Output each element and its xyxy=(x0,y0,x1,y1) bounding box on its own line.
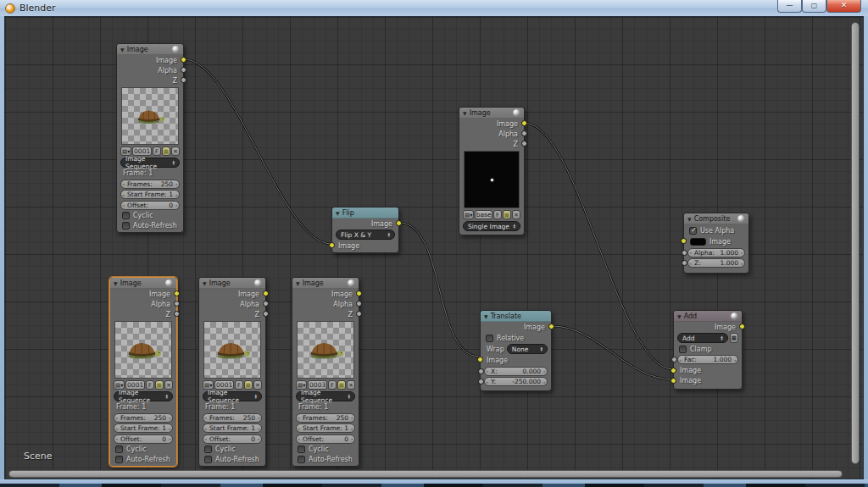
start-frame-field[interactable]: Start Frame: 1 xyxy=(114,423,173,433)
flip-mode-dropdown[interactable]: Flip X & Y ▴▾ xyxy=(336,230,395,240)
vertical-scrollbar[interactable] xyxy=(851,22,860,464)
unlink-button[interactable]: ✕ xyxy=(171,147,180,156)
autorefresh-checkbox-box[interactable] xyxy=(115,456,123,463)
socket-alpha-output[interactable] xyxy=(174,301,180,307)
socket-y-input[interactable] xyxy=(478,379,484,385)
node-header[interactable]: ▼ Image xyxy=(117,44,183,55)
maximize-button[interactable]: ▢ xyxy=(802,0,826,13)
node-image-base[interactable]: ▼ Image Image Alpha Z ▤▾ base xyxy=(459,107,525,235)
offset-field[interactable]: Offset: 0 xyxy=(120,201,180,210)
node-header[interactable]: ▼ Image xyxy=(110,278,176,289)
cyclic-checkbox[interactable]: Cyclic xyxy=(122,212,178,220)
node-header[interactable]: ▼ Image xyxy=(292,278,359,289)
cyclic-checkbox[interactable]: Cyclic xyxy=(115,445,171,454)
socket-z-output[interactable] xyxy=(174,311,180,317)
autorefresh-checkbox[interactable]: Auto-Refresh xyxy=(204,456,260,464)
start-frame-field[interactable]: Start Frame: 1 xyxy=(203,423,262,433)
collapse-icon[interactable]: ▼ xyxy=(114,280,118,286)
socket-image-input[interactable] xyxy=(681,238,687,244)
source-dropdown[interactable]: Image Sequence ▴▾ xyxy=(120,158,180,168)
source-dropdown[interactable]: Image Sequence ▴▾ xyxy=(114,391,173,401)
node-image-sequence-1[interactable]: ▼ Image Image Alpha Z ▤▾ 0001 F ▦ ✕ Im xyxy=(116,43,184,233)
frames-field[interactable]: Frames: 250 xyxy=(114,413,173,423)
node-add-mix[interactable]: ▼ Add Image Add ▴▾ ▦ Clamp Fac xyxy=(673,310,743,390)
start-frame-field[interactable]: Start Frame: 1 xyxy=(120,190,180,199)
socket-fac-input[interactable] xyxy=(671,357,677,362)
node-image-sequence-2-selected[interactable]: ▼ Image Image Alpha Z ▤▾ 0001 F ▦ ✕ Im xyxy=(109,277,177,467)
clamp-checkbox-box[interactable] xyxy=(679,346,687,353)
node-composite[interactable]: ▼ Composite Use Alpha Image Alpha: 1.000… xyxy=(683,213,749,274)
new-image-button[interactable]: ▦ xyxy=(503,210,511,219)
fake-user-button[interactable]: F xyxy=(493,210,502,219)
node-header[interactable]: ▼ Image xyxy=(199,278,265,289)
cyclic-checkbox-box[interactable] xyxy=(204,445,212,453)
node-header[interactable]: ▼ Composite xyxy=(684,213,748,224)
blend-mode-dropdown[interactable]: Add ▴▾ xyxy=(677,333,728,343)
node-translate[interactable]: ▼ Translate Image Relative Wrap None ▴▾ xyxy=(480,310,552,391)
socket-alpha-output[interactable] xyxy=(356,301,362,307)
socket-z-output[interactable] xyxy=(263,311,269,317)
offset-field[interactable]: Offset: 0 xyxy=(296,434,355,444)
collapse-icon[interactable]: ▼ xyxy=(120,47,125,53)
socket-image-output[interactable] xyxy=(181,57,186,63)
socket-image-input[interactable] xyxy=(477,357,483,362)
socket-alpha-input[interactable] xyxy=(682,250,687,256)
cyclic-checkbox-box[interactable] xyxy=(298,445,305,453)
use-alpha-toggle[interactable]: ▦ xyxy=(730,333,738,343)
unlink-button[interactable]: ✕ xyxy=(253,380,262,390)
horizontal-scrollbar[interactable] xyxy=(8,470,843,478)
autorefresh-checkbox[interactable]: Auto-Refresh xyxy=(298,456,353,464)
socket-image-output[interactable] xyxy=(739,324,745,329)
node-header[interactable]: ▼ Image xyxy=(459,108,524,119)
node-header[interactable]: ▼ Translate xyxy=(481,311,551,322)
socket-image-input[interactable] xyxy=(329,242,335,248)
cyclic-checkbox-box[interactable] xyxy=(122,212,130,219)
autorefresh-checkbox[interactable]: Auto-Refresh xyxy=(115,456,171,464)
source-dropdown[interactable]: Image Sequence ▴▾ xyxy=(203,391,262,401)
autorefresh-checkbox-box[interactable] xyxy=(298,456,305,463)
collapse-icon[interactable]: ▼ xyxy=(687,216,692,222)
cyclic-checkbox[interactable]: Cyclic xyxy=(298,445,353,454)
socket-image-output[interactable] xyxy=(174,291,180,296)
socket-image-output[interactable] xyxy=(548,324,554,329)
socket-image2-input[interactable] xyxy=(670,378,676,384)
node-image-sequence-4[interactable]: ▼ Image Image Alpha Z ▤▾ 0003 F ▦ ✕ Im xyxy=(292,277,359,467)
y-field[interactable]: Y: -250.000 xyxy=(484,377,548,386)
fac-field[interactable]: Fac: 1.000 xyxy=(677,355,738,364)
collapse-icon[interactable]: ▼ xyxy=(677,313,682,319)
autorefresh-checkbox-box[interactable] xyxy=(122,222,130,230)
x-field[interactable]: X: 0.000 xyxy=(484,367,548,376)
socket-image-output[interactable] xyxy=(521,120,527,126)
socket-z-output[interactable] xyxy=(181,77,186,83)
use-alpha-checkbox[interactable]: Use Alpha xyxy=(689,226,743,235)
collapse-icon[interactable]: ▼ xyxy=(463,110,467,116)
socket-image1-input[interactable] xyxy=(670,368,676,374)
frames-field[interactable]: Frames: 250 xyxy=(120,180,180,189)
source-dropdown[interactable]: Image Sequence ▴▾ xyxy=(296,391,355,401)
autorefresh-checkbox[interactable]: Auto-Refresh xyxy=(122,222,178,230)
socket-z-input[interactable] xyxy=(682,260,687,266)
unlink-button[interactable]: ✕ xyxy=(164,380,173,390)
offset-field[interactable]: Offset: 0 xyxy=(203,434,262,444)
socket-alpha-output[interactable] xyxy=(263,301,269,307)
collapse-icon[interactable]: ▼ xyxy=(296,280,300,286)
offset-field[interactable]: Offset: 0 xyxy=(114,434,173,444)
collapse-icon[interactable]: ▼ xyxy=(203,280,207,286)
socket-z-output[interactable] xyxy=(356,311,362,317)
start-frame-field[interactable]: Start Frame: 1 xyxy=(296,423,355,433)
alpha-field[interactable]: Alpha: 1.000 xyxy=(687,248,745,257)
wrap-dropdown[interactable]: None ▴▾ xyxy=(507,344,548,354)
socket-x-input[interactable] xyxy=(478,368,484,374)
frames-field[interactable]: Frames: 250 xyxy=(296,413,355,423)
image-name-field[interactable]: base xyxy=(475,210,492,219)
socket-image-output[interactable] xyxy=(396,220,402,226)
minimize-button[interactable]: — xyxy=(777,0,802,13)
node-header[interactable]: ▼ Add xyxy=(674,311,742,322)
collapse-icon[interactable]: ▼ xyxy=(336,210,340,216)
unlink-button[interactable]: ✕ xyxy=(512,210,520,219)
node-flip[interactable]: ▼ Flip Image Flip X & Y ▴▾ Image xyxy=(331,207,399,253)
node-image-sequence-3[interactable]: ▼ Image Image Alpha Z ▤▾ 0001 F ▦ ✕ Im xyxy=(198,277,266,467)
cyclic-checkbox-box[interactable] xyxy=(115,445,123,453)
source-dropdown[interactable]: Single Image ▴▾ xyxy=(463,221,520,231)
relative-checkbox[interactable]: Relative xyxy=(486,334,546,342)
